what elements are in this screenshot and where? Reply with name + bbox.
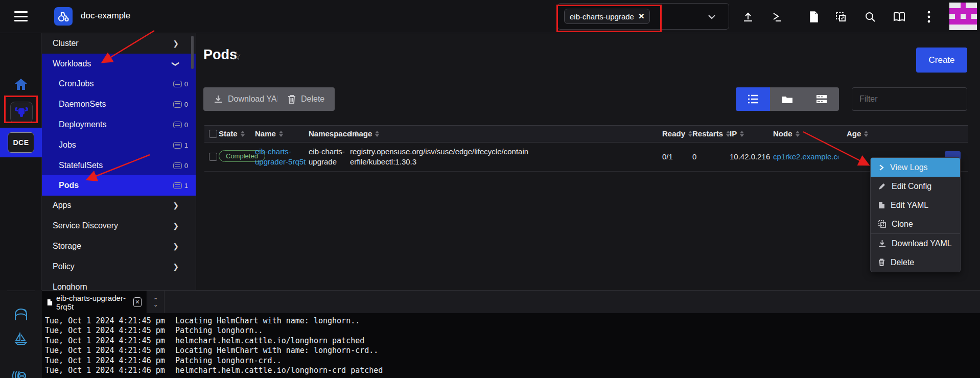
- menu-item-download-yaml[interactable]: Download YAML: [871, 234, 961, 253]
- menu-item-edit-config[interactable]: Edit Config: [871, 177, 961, 196]
- chevron-right-icon: ❯: [173, 201, 179, 209]
- drawer-resize-toggle[interactable]: ⌃⌄: [147, 291, 165, 314]
- sidebar-item-statefulsets[interactable]: StatefulSets 0: [42, 155, 196, 176]
- menu-item-edit-yaml[interactable]: Edit YAML: [871, 196, 961, 215]
- log-line: Tue, Oct 1 2024 4:21:45 pmPatching longh…: [45, 326, 980, 336]
- search-filter-chip[interactable]: eib-charts-upgrade ✕: [564, 9, 650, 24]
- sailboat-icon[interactable]: [14, 332, 28, 347]
- sidebar-scrollbar[interactable]: [191, 36, 194, 69]
- sidebar-item-service-discovery[interactable]: Service Discovery ❯: [42, 216, 196, 236]
- table-header: State Name Namespace Image Ready Restart…: [204, 126, 968, 143]
- sidebar-item-daemonsets[interactable]: DaemonSets 0: [42, 94, 196, 114]
- col-node: Node: [773, 129, 800, 138]
- sidebar-item-deployments[interactable]: Deployments 0: [42, 114, 196, 135]
- image-cell: registry.opensuse.org/isv/suse/edge/life…: [350, 147, 528, 167]
- row-context-menu: View Logs Edit Config Edit YAML Clone Do…: [870, 157, 961, 272]
- favorite-star-icon[interactable]: ☆: [231, 49, 242, 63]
- create-button[interactable]: Create: [916, 48, 967, 73]
- view-mode-toggle: [736, 87, 839, 111]
- resource-count: 0: [184, 80, 188, 88]
- col-ip: IP: [730, 129, 744, 138]
- cluster-app-button[interactable]: [10, 102, 33, 123]
- chevron-right-icon: [878, 164, 884, 171]
- cluster-manager-icon[interactable]: [14, 308, 28, 323]
- sidebar-item-cronjobs[interactable]: CronJobs 0: [42, 74, 196, 94]
- filter-input[interactable]: [852, 87, 967, 111]
- rancher-logo[interactable]: [54, 7, 73, 26]
- sidebar-item-pods[interactable]: Pods 1: [42, 175, 196, 196]
- restarts-cell: 0: [692, 152, 696, 162]
- kubectl-shell-icon[interactable]: [769, 9, 785, 25]
- resource-count-icon: [173, 142, 182, 149]
- chevron-down-icon[interactable]: [708, 12, 716, 21]
- resource-count: 0: [184, 101, 188, 108]
- upload-icon[interactable]: [740, 9, 756, 25]
- node-link[interactable]: cp1rke2.example.co: [773, 152, 838, 162]
- cluster-sidebar: Cluster ❯ Workloads ❯ CronJobs 0 DaemonS…: [42, 33, 196, 290]
- avatar[interactable]: [949, 3, 977, 30]
- folder-view-button[interactable]: [770, 87, 804, 111]
- ready-cell: 0/1: [662, 152, 673, 162]
- namespace-cell: eib-charts-upgrade: [309, 147, 345, 167]
- trash-icon: [288, 94, 296, 104]
- delete-button[interactable]: Delete: [277, 87, 335, 111]
- rail-divider: [7, 291, 35, 291]
- resource-search-box[interactable]: eib-charts-upgrade ✕: [557, 3, 729, 30]
- download-icon: [214, 94, 223, 104]
- trash-icon: [878, 258, 885, 266]
- sidebar-item-longhorn[interactable]: Longhorn: [42, 277, 196, 290]
- menu-item-delete[interactable]: Delete: [871, 253, 961, 272]
- col-age: Age: [847, 129, 868, 138]
- list-icon: [748, 94, 759, 104]
- row-checkbox[interactable]: [209, 153, 217, 161]
- file-icon[interactable]: [806, 9, 822, 25]
- log-output[interactable]: Tue, Oct 1 2024 4:21:45 pmLocating HelmC…: [42, 313, 980, 378]
- clone-icon: [878, 220, 886, 228]
- select-all-checkbox[interactable]: [209, 130, 217, 138]
- menu-item-clone[interactable]: Clone: [871, 215, 961, 233]
- chevron-right-icon: ❯: [173, 222, 179, 230]
- home-icon[interactable]: [14, 78, 28, 92]
- sidebar-item-workloads[interactable]: Workloads ❯: [42, 54, 196, 74]
- search-icon[interactable]: [862, 9, 878, 25]
- docs-book-icon[interactable]: [892, 9, 907, 25]
- folder-icon: [782, 95, 793, 104]
- pods-table: State Name Namespace Image Ready Restart…: [204, 125, 968, 171]
- resource-count: 0: [184, 162, 188, 170]
- hamburger-menu-icon[interactable]: [14, 11, 28, 21]
- steer-icon: [15, 107, 28, 118]
- col-state: State: [219, 129, 245, 138]
- log-tab-label: eib-charts-upgrader-5rq5t: [56, 294, 130, 311]
- chevron-right-icon: ❯: [173, 242, 179, 250]
- grouped-view-button[interactable]: [805, 87, 839, 111]
- sidebar-item-storage[interactable]: Storage ❯: [42, 236, 196, 256]
- sidebar-item-jobs[interactable]: Jobs 1: [42, 135, 196, 155]
- sidebar-item-cluster[interactable]: Cluster ❯: [42, 33, 196, 54]
- download-icon: [878, 240, 886, 247]
- menu-item-view-logs[interactable]: View Logs: [871, 158, 961, 177]
- sidebar-item-apps[interactable]: Apps ❯: [42, 195, 196, 216]
- coil-icon[interactable]: [11, 370, 27, 378]
- chevron-right-icon: ❯: [173, 39, 179, 48]
- cluster-name: doc-example: [81, 11, 130, 21]
- col-ready: Ready: [662, 129, 692, 138]
- resource-count: 0: [184, 121, 188, 129]
- cluster-badge-dce[interactable]: DCE: [8, 132, 34, 153]
- kebab-menu-icon[interactable]: [921, 9, 937, 25]
- col-restarts: Restarts: [692, 129, 730, 138]
- close-icon[interactable]: ✕: [133, 297, 142, 307]
- sidebar-item-policy[interactable]: Policy ❯: [42, 256, 196, 277]
- pencil-icon: [878, 182, 886, 190]
- resource-count: 1: [184, 182, 188, 190]
- pod-name-link[interactable]: eib-charts-upgrader-5rq5t: [255, 147, 306, 167]
- table-row[interactable]: Completed eib-charts-upgrader-5rq5t eib-…: [204, 143, 968, 172]
- chevron-right-icon: ❯: [173, 263, 179, 271]
- log-line: Tue, Oct 1 2024 4:21:45 pmLocating HelmC…: [45, 316, 980, 326]
- grouped-rows-icon: [816, 94, 827, 104]
- snapshot-icon[interactable]: [833, 9, 849, 25]
- list-view-button[interactable]: [736, 87, 770, 111]
- log-tab[interactable]: eib-charts-upgrader-5rq5t ✕: [42, 291, 147, 314]
- chip-remove-icon[interactable]: ✕: [638, 12, 645, 21]
- col-image: Image: [350, 129, 379, 138]
- resource-count-icon: [173, 81, 182, 87]
